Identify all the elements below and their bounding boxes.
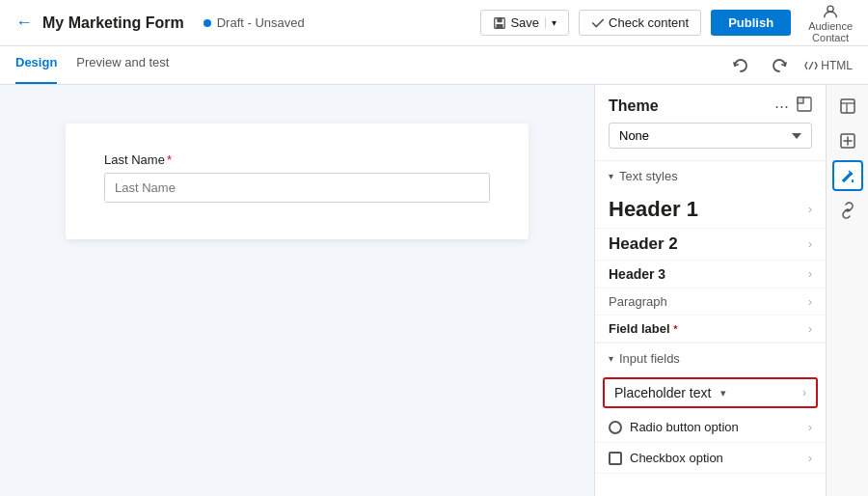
redo-icon [772, 58, 787, 73]
redo-button[interactable] [766, 52, 793, 79]
theme-select[interactable]: None [609, 123, 812, 149]
theme-title: Theme [609, 97, 659, 115]
panel-main: Theme ⋯ None ▾ Text styles [594, 85, 826, 496]
svg-line-4 [810, 62, 814, 69]
save-icon [493, 16, 506, 30]
svg-rect-6 [798, 97, 803, 103]
panel-sidebar [826, 85, 868, 496]
header3-label: Header 3 [609, 266, 665, 282]
paragraph-label: Paragraph [609, 294, 667, 309]
save-button[interactable]: Save ▾ [480, 10, 569, 36]
right-panel: Theme ⋯ None ▾ Text styles [594, 85, 868, 496]
topbar: ← My Marketing Form Draft - Unsaved Save… [0, 0, 868, 46]
paragraph-chevron: › [808, 295, 812, 309]
tab-design[interactable]: Design [15, 46, 57, 84]
check-content-button[interactable]: Check content [579, 10, 701, 36]
audience-sub: Contact [812, 32, 849, 43]
undo-button[interactable] [727, 52, 754, 79]
checkbox-option: Checkbox option [609, 451, 723, 465]
required-indicator: * [167, 152, 172, 167]
check-content-label: Check content [609, 15, 689, 30]
svg-rect-2 [497, 23, 503, 27]
sidebar-link-icon[interactable] [832, 195, 863, 226]
header2-label: Header 2 [609, 234, 678, 254]
text-styles-label: Text styles [619, 169, 678, 183]
input-fields-chevron: ▾ [609, 353, 613, 364]
status-label: Draft - Unsaved [217, 15, 305, 30]
html-label: HTML [821, 59, 853, 72]
theme-header-actions: ⋯ [774, 96, 812, 115]
svg-rect-7 [841, 99, 854, 113]
header3-chevron: › [808, 267, 812, 281]
input-fields-section-header[interactable]: ▾ Input fields [595, 343, 826, 373]
link-icon [839, 202, 856, 219]
html-button[interactable]: HTML [804, 59, 853, 72]
radio-option: Radio button option [609, 420, 739, 434]
checkbox-label: Checkbox option [630, 451, 723, 465]
style-item-header2[interactable]: Header 2 › [595, 229, 826, 261]
save-chevron[interactable]: ▾ [545, 17, 556, 28]
subnav-actions: HTML [727, 52, 853, 79]
placeholder-dropdown-icon[interactable]: ▾ [720, 387, 726, 400]
audience-label: Audience [808, 20, 853, 32]
placeholder-text-label: Placeholder text [614, 385, 711, 400]
fieldlabel-label: Field label * [609, 321, 677, 336]
save-label: Save [510, 15, 539, 30]
header1-label: Header 1 [609, 197, 698, 222]
styles-icon [839, 167, 856, 184]
input-fields-label: Input fields [619, 351, 680, 366]
publish-button[interactable]: Publish [711, 10, 791, 36]
audience-button[interactable]: Audience Contact [808, 3, 853, 43]
text-styles-chevron: ▾ [609, 171, 613, 181]
checkbox-item[interactable]: Checkbox option › [595, 443, 826, 474]
radio-circle-icon [609, 421, 622, 434]
radio-label: Radio button option [630, 420, 739, 434]
svg-rect-14 [852, 179, 854, 182]
main-area: Last Name* Theme ⋯ None [0, 85, 868, 496]
placeholder-text-item[interactable]: Placeholder text ▾ › [603, 377, 818, 408]
style-item-header1[interactable]: Header 1 › [595, 191, 826, 229]
add-icon [839, 132, 856, 150]
page-title: My Marketing Form [42, 14, 184, 32]
checkbox-square-icon [609, 452, 622, 465]
sidebar-styles-icon[interactable] [832, 160, 863, 191]
sidebar-add-icon[interactable] [832, 125, 863, 156]
subnav: Design Preview and test HTML [0, 46, 868, 85]
theme-layout-icon[interactable] [797, 96, 812, 115]
placeholder-chevron: › [802, 386, 806, 400]
draft-status: Draft - Unsaved [203, 15, 305, 30]
theme-options-icon[interactable]: ⋯ [774, 97, 789, 115]
radio-button-item[interactable]: Radio button option › [595, 412, 826, 443]
canvas: Last Name* [0, 85, 594, 496]
header2-chevron: › [808, 237, 812, 251]
placeholder-select-wrap: Placeholder text ▾ [614, 385, 802, 400]
radio-chevron: › [808, 421, 812, 434]
checkbox-chevron: › [808, 452, 812, 465]
sidebar-layout-icon[interactable] [832, 91, 863, 122]
tab-preview[interactable]: Preview and test [76, 46, 169, 84]
text-styles-section-header[interactable]: ▾ Text styles [595, 160, 826, 191]
check-icon [591, 16, 605, 30]
header1-chevron: › [808, 203, 812, 216]
last-name-input[interactable] [104, 173, 490, 203]
svg-rect-1 [498, 17, 502, 21]
style-item-fieldlabel[interactable]: Field label * › [595, 316, 826, 343]
html-icon [804, 59, 818, 72]
status-dot [203, 19, 211, 27]
style-item-header3[interactable]: Header 3 › [595, 261, 826, 289]
field-label: Last Name* [104, 152, 490, 167]
fieldlabel-chevron: › [808, 322, 812, 336]
audience-icon [822, 3, 839, 20]
back-button[interactable]: ← [15, 13, 33, 33]
form-card: Last Name* [66, 124, 529, 239]
style-item-paragraph[interactable]: Paragraph › [595, 289, 826, 316]
undo-icon [733, 58, 748, 73]
layout-icon [839, 97, 856, 115]
theme-select-wrap: None [595, 123, 826, 160]
theme-section-header: Theme ⋯ [595, 85, 826, 123]
